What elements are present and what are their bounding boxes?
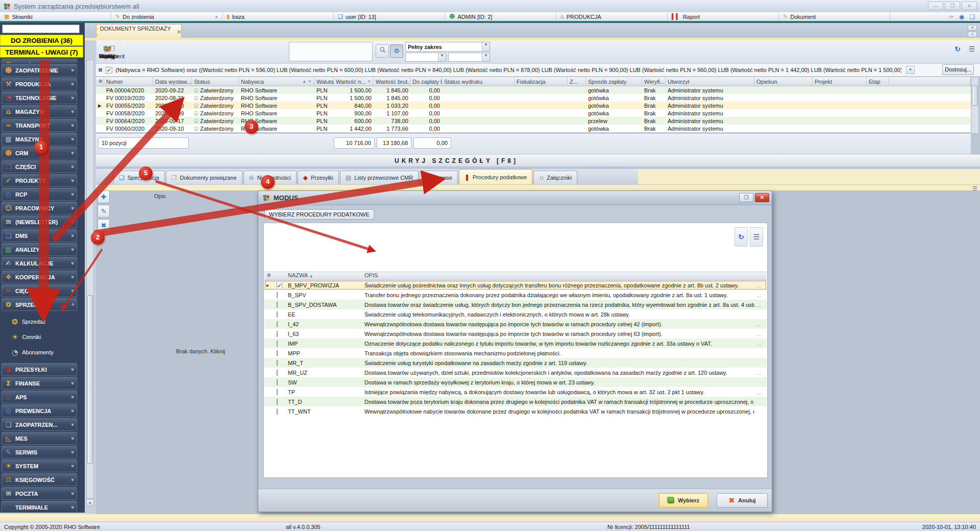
edit-icon[interactable]: ✎ [97,205,110,218]
procedure-checkbox[interactable] [277,321,278,327]
search-icon[interactable] [376,44,389,58]
cell-more-ellipsis[interactable]: ... [754,389,766,395]
col-z[interactable]: Z... [568,77,586,86]
sidebar-subitem-sprzedaż[interactable]: ❂Sprzedaż [2,314,77,329]
hide-details-bar[interactable]: UKRYJ SZCZEGÓŁY [F8] [96,155,980,167]
sidebar-item-sprzeda-[interactable]: ❂SPRZEDAŻ» [2,298,77,311]
procedure-checkbox-cell[interactable] [275,350,286,356]
table-row[interactable]: ▶ FV 00055/2020 2020-09-08 ☑Zatwierdzony… [96,102,971,109]
toolbar-button[interactable]: ⇄ Korekta [96,41,121,63]
sidebar-scrollbar[interactable]: ▲ ▼ [85,23,96,514]
sidebar-item-prewencja[interactable]: ◎PREWENCJA» [2,404,77,417]
menu-right-icon[interactable]: ✑ [949,13,954,20]
procedure-checkbox-cell[interactable]: ✓ [275,282,286,288]
delete-icon[interactable]: ✖ [97,219,110,232]
col-zaplata[interactable]: Do zapłaty PLN [410,77,442,86]
procedure-checkbox-cell[interactable] [275,341,286,347]
sidebar-item--newsletter-[interactable]: ✉(NEWSLETTER)» [2,215,77,228]
grid-scrollbar[interactable] [971,77,979,134]
col-numer[interactable]: Numer [104,77,153,86]
procedure-checkbox[interactable] [277,311,278,318]
procedure-row[interactable]: TP Istniejące powiązania między nabywcą,… [264,387,767,397]
detail-tab[interactable]: ❚ Procedury podatkowe [459,169,532,184]
menu-item[interactable]: ❑ user [ID: 13] [334,12,445,21]
procedure-checkbox-cell[interactable] [275,302,286,308]
col-nabywca[interactable]: Nabywca▲▼ [239,77,314,86]
table-row[interactable]: PA 00004/2020 2020-09-22 ☑Zatwierdzony R… [96,86,971,94]
cell-more-ellipsis[interactable]: ... [754,341,766,347]
table-row[interactable]: FV 00060/2020 2020-09-10 ☑Zatwierdzony R… [96,125,971,132]
dialog-titlebar[interactable]: MODUS ❐ ✕ [258,191,772,205]
sidebar-item-kalkulacje[interactable]: ✍KALKULACJE» [2,257,77,270]
cell-more-ellipsis[interactable]: ... [754,331,766,337]
sidebar-item-produkcja[interactable]: ⚒PRODUKCJA» [2,78,77,90]
col-data[interactable]: Data wystaw... [153,77,192,86]
sidebar-item-rcp[interactable]: ◴RCP» [2,188,77,201]
procedure-checkbox-cell[interactable] [275,292,286,298]
procedure-row[interactable]: MPP Transakcja objęta obowiązkiem stosow… [264,348,767,358]
sidebar-item-ksi-gowo-[interactable]: ⚖KSIĘGOWOŚĆ» [2,473,77,486]
tab-scroll-button[interactable]: ▾ [968,25,977,31]
col-weryfikacja[interactable]: Weryfi... [642,77,666,86]
filter-dropdown-icon[interactable]: ▼ [906,66,915,74]
procedure-checkbox[interactable] [277,379,278,385]
sidebar-item-mes[interactable]: ◺MES» [2,432,77,445]
cell-more-ellipsis[interactable]: ... [754,302,766,308]
sidebar-item-kooperacja[interactable]: ❖KOOPERACJA» [2,271,77,283]
procedure-checkbox-cell[interactable] [275,399,286,405]
col-etap[interactable]: Etap [867,77,889,86]
sidebar-item-finanse[interactable]: ΣFINANSE» [2,377,77,390]
wybierz-button[interactable]: Wybierz [659,493,708,508]
tab-list-button[interactable]: ≡ [968,32,977,37]
cell-more-ellipsis[interactable]: ... [754,282,766,288]
procedure-checkbox[interactable] [277,302,278,308]
layout-list-icon[interactable]: ☰ [750,227,763,247]
sidebar-item-przesy-ki[interactable]: ◆PRZESYŁKI» [2,363,77,376]
add-icon[interactable]: ✚ [97,190,110,203]
procedure-checkbox[interactable] [277,408,278,415]
scroll-down-icon[interactable]: ▼ [86,499,94,506]
menu-right-icon[interactable]: ◉ [959,13,964,20]
col-nazwa[interactable]: NAZWA ▲ [286,272,362,280]
sidebar-item-transport[interactable]: ➠TRANSPORT» [2,119,77,132]
filter-enabled-checkbox[interactable]: ✓ [106,67,112,74]
procedures-grid-header[interactable]: ✱ NAZWA ▲ OPIS [264,272,767,280]
procedure-checkbox-cell[interactable] [275,321,286,327]
procedure-checkbox[interactable] [277,389,278,395]
terminal-banner[interactable]: TERMINAL - UWAGI (7) [0,46,83,58]
procedure-row[interactable]: ▸ ✓ B_MPV_PROWIZJA Świadczenie usług poś… [264,280,767,290]
cell-more-ellipsis[interactable]: ... [754,370,766,376]
column-chooser-icon[interactable]: ✱ [96,77,104,86]
procedure-checkbox-cell[interactable] [275,379,286,385]
filter-combo-2[interactable]: ▼ [448,53,490,62]
procedure-checkbox-cell[interactable] [275,311,286,318]
gear-icon[interactable]: ⚙ [390,44,403,58]
detail-tab[interactable]: ◆ Przesyłki [298,171,339,184]
minimize-button[interactable]: — [928,2,943,10]
panel-list-icon[interactable]: ☰ [971,185,979,194]
sidebar-item-poczta[interactable]: ✉POCZTA» [2,487,77,500]
col-sposob-zaplaty[interactable]: Sposób zapłaty [586,77,642,86]
menu-item[interactable]: ▍▍ Raport [668,12,779,21]
procedure-checkbox[interactable] [277,292,278,298]
sidebar-item-aps[interactable]: ☰APS» [2,391,77,403]
procedure-row[interactable]: TT_WNT Wewnątrzwspólnotowe nabycie towar… [264,406,767,416]
sidebar-item-magazyn[interactable]: ⌂MAGAZYN» [2,105,77,118]
procedure-row[interactable]: MR_UZ Dostawa towarów używanych, dzieł s… [264,368,767,377]
dialog-close-button[interactable]: ✕ [755,193,769,202]
procedure-row[interactable]: TT_D Dostawa towarów poza terytorium kra… [264,397,767,406]
sidebar-item-clipped[interactable]: ❐ZAMÓWIENIA» [2,59,77,63]
menu-item[interactable]: ✎ Dokument [779,12,890,21]
col-opis[interactable]: OPIS [362,272,754,280]
table-row[interactable]: FV 00064/2020 2020-09-17 ☑Zatwierdzony R… [96,117,971,125]
sidebar-item-zaopatrzen-[interactable]: ❑ZAOPATRZEN...» [2,418,77,431]
menu-item[interactable]: ☻ ADMIN [ID: 2] [445,12,556,21]
sidebar-item-serwis[interactable]: ✎SERWIS» [2,446,77,458]
procedure-row[interactable]: I_42 Wewnątrzwspólnotowa dostawa towarów… [264,319,767,329]
sidebar-search-input[interactable] [2,25,80,33]
refresh-icon[interactable]: ↻ [951,43,964,56]
menu-item[interactable]: ▮ baza [223,12,334,21]
procedure-row[interactable]: B_SPV Transfer bonu jednego przeznaczeni… [264,290,767,300]
col-opiekun[interactable]: Opiekun [754,77,813,86]
customize-filter-button[interactable]: Dostosuj... [942,64,974,75]
